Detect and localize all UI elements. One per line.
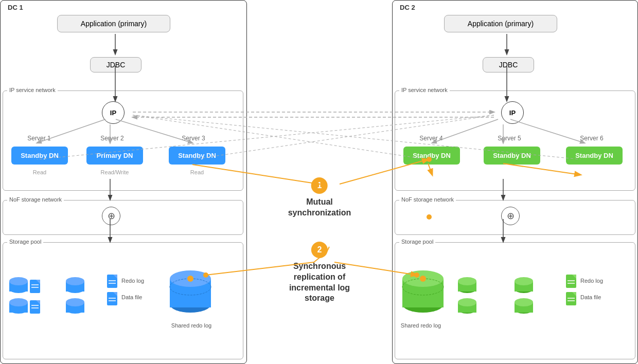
dc1-dn1: Standby DN <box>11 147 68 165</box>
dc1-dn3: Standby DN <box>169 147 225 165</box>
sync2-badge: 2 <box>311 242 328 258</box>
dc2-nof-label: NoF storage network <box>399 196 456 203</box>
svg-point-37 <box>420 276 426 282</box>
dc2-dn6: Standby DN <box>566 147 623 165</box>
sync1-group: 1 Mutual synchronization <box>288 177 351 219</box>
dc2-file1-svg <box>565 274 580 292</box>
dc2-server6-label: Server 6 <box>566 135 617 142</box>
sync1-label: Mutual synchronization <box>288 197 351 219</box>
svg-point-43 <box>458 298 476 306</box>
dc1-nof-label: NoF storage network <box>7 196 64 203</box>
sync1-badge: 1 <box>311 177 328 194</box>
dc1-shared-redo-label: Shared redo log <box>171 322 212 329</box>
dc1-ip-circle: IP <box>102 101 125 124</box>
dc1-storage-label: Storage pool <box>7 239 43 245</box>
dc1-rw2: Read/Write <box>86 169 143 175</box>
svg-point-46 <box>515 277 533 285</box>
dc1-app-box: Application (primary) <box>57 15 170 32</box>
dc1-panel: DC 1 Application (primary) JDBC IP servi… <box>0 0 247 364</box>
dc1-redo-log-label: Redo log <box>121 278 144 284</box>
dc2-storage-label: Storage pool <box>399 239 435 245</box>
dc1-dn2: Primary DN <box>86 147 143 165</box>
dc1-rw1: Read <box>11 169 68 175</box>
dc1-rw3: Read <box>169 169 225 175</box>
dc2-server4-label: Server 4 <box>405 135 457 142</box>
dc1-jdbc-box: JDBC <box>90 57 141 72</box>
dc2-storage-section: Storage pool Shared redo log <box>395 242 635 359</box>
dc1-data-file-label: Data file <box>121 294 142 300</box>
dc2-shared-redo-label: Shared redo log <box>400 322 441 329</box>
dc1-nof-section: NoF storage network ⊕ <box>3 200 243 235</box>
dc2-server5-label: Server 5 <box>484 135 535 142</box>
dc2-shared-redo-svg <box>400 258 447 320</box>
sync2-label: Synchronousreplication ofincremental log… <box>289 261 350 304</box>
dc1-shared-redo-svg <box>168 258 214 320</box>
dc2-small-storage-svg <box>457 253 519 320</box>
dc2-nof-section: NoF storage network ⊕ <box>395 200 635 235</box>
dc2-ip-section: IP service network IP Server 4 Server 5 … <box>395 90 635 191</box>
svg-point-9 <box>9 298 28 306</box>
center-area: 1 Mutual synchronization 2 Synchronousre… <box>247 0 392 364</box>
svg-point-16 <box>66 277 84 285</box>
dc1-server1-label: Server 1 <box>13 135 65 142</box>
dc2-label: DC 2 <box>398 4 417 11</box>
dc1-ip-section: IP service network IP Server 1 Server 2 … <box>3 90 243 191</box>
dc1-file1-svg <box>106 274 121 292</box>
dc1-server3-label: Server 3 <box>168 135 219 142</box>
dc1-ip-label: IP service network <box>7 87 58 93</box>
dc1-file2-svg <box>106 291 121 310</box>
svg-point-2 <box>9 277 28 285</box>
dc2-file2-svg <box>565 291 580 310</box>
sync2-group: 2 Synchronousreplication ofincremental l… <box>289 242 350 304</box>
svg-point-32 <box>187 276 193 282</box>
svg-point-19 <box>66 298 84 306</box>
dc2-redo-log-label: Redo log <box>580 278 603 284</box>
dc2-dn4: Standby DN <box>403 147 460 165</box>
dc2-globe-icon: ⊕ <box>501 207 520 225</box>
diagram-container: DC 1 Application (primary) JDBC IP servi… <box>0 0 638 364</box>
dc2-jdbc-box: JDBC <box>483 57 534 72</box>
svg-point-49 <box>515 298 533 306</box>
dc2-data-file-label: Data file <box>580 294 601 300</box>
dc1-storage-section: Storage pool <box>3 242 243 359</box>
svg-point-40 <box>458 277 476 285</box>
dc1-small-storage-svg <box>8 253 70 320</box>
dc1-label: DC 1 <box>6 4 25 11</box>
dc2-panel: DC 2 Application (primary) JDBC IP servi… <box>392 0 638 364</box>
dc1-globe-icon: ⊕ <box>102 207 120 225</box>
dc2-dn5: Standby DN <box>484 147 540 165</box>
dc2-ip-label: IP service network <box>399 87 450 93</box>
dc2-ip-circle: IP <box>501 101 524 124</box>
dc1-server2-label: Server 2 <box>86 135 138 142</box>
dc2-app-box: Application (primary) <box>444 15 557 32</box>
